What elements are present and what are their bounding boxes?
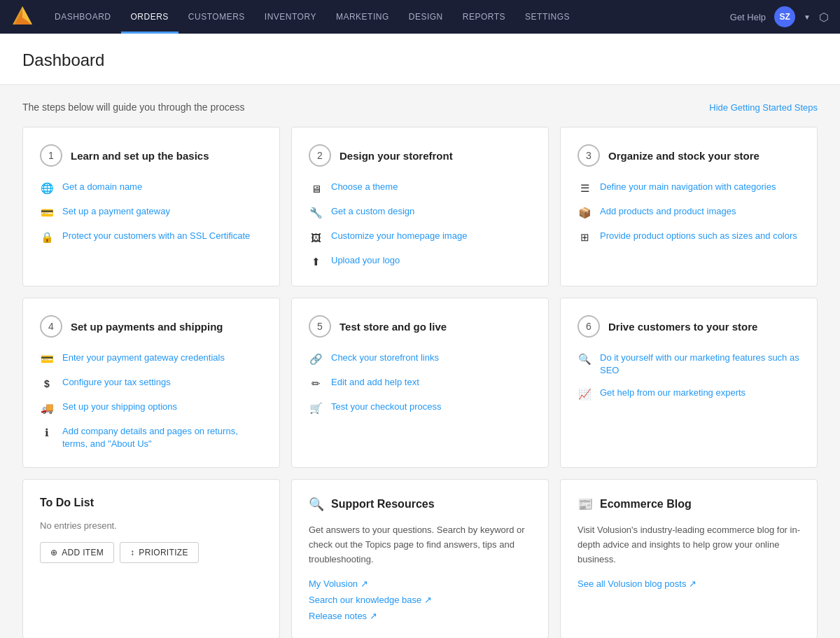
knowledge-base-link[interactable]: Search our knowledge base ↗ <box>309 595 531 605</box>
release-notes-link[interactable]: Release notes ↗ <box>309 611 531 621</box>
bottom-grid: To Do List No entries present. ⊕ ADD ITE… <box>22 479 818 638</box>
nav-settings[interactable]: SETTINGS <box>515 0 580 34</box>
blog-link[interactable]: See all Volusion blog posts ↗ <box>578 578 800 589</box>
card-icon: 💳 <box>40 206 54 220</box>
support-icon: 🔍 <box>309 497 324 512</box>
nav-reports[interactable]: REPORTS <box>453 0 515 34</box>
list-item: 🖼 Customize your homepage image <box>309 230 531 244</box>
page-header: Dashboard <box>0 34 840 85</box>
seo-link[interactable]: Do it yourself with our marketing featur… <box>600 352 800 377</box>
options-icon: ⊞ <box>578 230 592 244</box>
todo-title-text: To Do List <box>40 497 94 509</box>
homepage-image-link[interactable]: Customize your homepage image <box>331 230 467 242</box>
avatar-chevron-icon: ▼ <box>804 13 811 21</box>
shipping-icon: 🚚 <box>40 401 54 415</box>
gateway-credentials-link[interactable]: Enter your payment gateway credentials <box>62 352 225 364</box>
add-item-button[interactable]: ⊕ ADD ITEM <box>40 542 114 563</box>
step-5-items: 🔗 Check your storefront links ✏ Edit and… <box>309 352 531 415</box>
nav-design[interactable]: DESIGN <box>399 0 453 34</box>
todo-title: To Do List <box>40 497 262 509</box>
get-help-link[interactable]: Get Help <box>730 12 766 22</box>
external-link-icon[interactable]: ⬡ <box>819 11 829 24</box>
search-icon: 🔍 <box>578 352 592 366</box>
checkout-link[interactable]: Test your checkout process <box>331 401 442 413</box>
my-volusion-link[interactable]: My Volusion ↗ <box>309 578 531 589</box>
no-entries-text: No entries present. <box>40 520 262 531</box>
globe-icon: 🌐 <box>40 181 54 195</box>
list-item: ✏ Edit and add help text <box>309 376 531 391</box>
list-item: 💳 Enter your payment gateway credentials <box>40 352 262 366</box>
prioritize-icon: ↕ <box>130 548 134 557</box>
product-options-link[interactable]: Provide product options such as sizes an… <box>600 230 797 242</box>
upload-icon: ⬆ <box>309 255 323 269</box>
list-item: 💳 Set up a payment gateway <box>40 205 262 220</box>
list-item: 🔍 Do it yourself with our marketing feat… <box>578 352 800 377</box>
image-icon: 🖼 <box>309 230 323 244</box>
products-link[interactable]: Add products and product images <box>600 205 736 218</box>
blog-icon: 📰 <box>578 497 593 512</box>
shipping-link[interactable]: Set up your shipping options <box>62 401 177 413</box>
company-details-link[interactable]: Add company details and pages on returns… <box>62 425 262 450</box>
marketing-experts-link[interactable]: Get help from our marketing experts <box>600 387 746 399</box>
choose-theme-link[interactable]: Choose a theme <box>331 181 398 193</box>
nav-marketing[interactable]: MARKETING <box>326 0 399 34</box>
step-4-number: 4 <box>40 315 62 338</box>
step-5-header: 5 Test store and go live <box>309 315 531 338</box>
payment-icon: 💳 <box>40 352 54 366</box>
cart-icon: 🛒 <box>309 401 323 415</box>
upload-logo-link[interactable]: Upload your logo <box>331 254 400 267</box>
ssl-link[interactable]: Protect your customers with an SSL Certi… <box>62 230 250 242</box>
step-1-card: 1 Learn and set up the basics 🌐 Get a do… <box>22 127 280 286</box>
user-avatar[interactable]: SZ <box>774 6 795 27</box>
tax-settings-link[interactable]: Configure your tax settings <box>62 376 171 389</box>
edit-icon: ✏ <box>309 377 323 391</box>
navigation-link[interactable]: Define your main navigation with categor… <box>600 181 776 193</box>
plus-icon: ⊕ <box>50 548 57 557</box>
blog-description: Visit Volusion's industry-leading ecomme… <box>578 523 800 567</box>
step-1-number: 1 <box>40 144 62 167</box>
page-title: Dashboard <box>22 50 818 70</box>
custom-design-link[interactable]: Get a custom design <box>331 205 414 218</box>
list-item: ⊞ Provide product options such as sizes … <box>578 230 800 244</box>
external-icon: ↗ <box>689 578 696 589</box>
nav-customers[interactable]: CUSTOMERS <box>178 0 255 34</box>
list-item: ☰ Define your main navigation with categ… <box>578 181 800 195</box>
nav-inventory[interactable]: INVENTORY <box>255 0 326 34</box>
list-item: 🔧 Get a custom design <box>309 205 531 220</box>
step-3-card: 3 Organize and stock your store ☰ Define… <box>560 127 818 286</box>
nav-dashboard[interactable]: DASHBOARD <box>45 0 121 34</box>
blog-title: 📰 Ecommerce Blog <box>578 497 800 512</box>
logo[interactable] <box>11 5 45 29</box>
payment-gateway-link[interactable]: Set up a payment gateway <box>62 205 170 218</box>
external-icon: ↗ <box>370 611 377 621</box>
external-icon: ↗ <box>360 578 368 589</box>
step-5-card: 5 Test store and go live 🔗 Check your st… <box>291 298 549 468</box>
domain-link[interactable]: Get a domain name <box>62 181 142 193</box>
info-icon: ℹ <box>40 426 54 440</box>
step-4-items: 💳 Enter your payment gateway credentials… <box>40 352 262 450</box>
hide-steps-link[interactable]: Hide Getting Started Steps <box>709 102 818 113</box>
chart-icon: 📈 <box>578 387 592 401</box>
list-item: 🖥 Choose a theme <box>309 181 531 195</box>
step-5-number: 5 <box>309 315 331 338</box>
list-item: $ Configure your tax settings <box>40 376 262 391</box>
list-item: 🚚 Set up your shipping options <box>40 401 262 415</box>
step-2-header: 2 Design your storefront <box>309 144 531 167</box>
list-item: ℹ Add company details and pages on retur… <box>40 425 262 450</box>
step-3-header: 3 Organize and stock your store <box>578 144 800 167</box>
step-3-number: 3 <box>578 144 600 167</box>
prioritize-button[interactable]: ↕ PRIORITIZE <box>120 542 199 563</box>
storefront-links-link[interactable]: Check your storefront links <box>331 352 439 364</box>
steps-grid: 1 Learn and set up the basics 🌐 Get a do… <box>22 127 818 286</box>
step-1-title: Learn and set up the basics <box>71 150 209 162</box>
nav-icon: ☰ <box>578 181 592 195</box>
step-6-title: Drive customers to your store <box>608 321 757 333</box>
step-3-items: ☰ Define your main navigation with categ… <box>578 181 800 244</box>
nav-orders[interactable]: ORDERS <box>121 0 178 34</box>
navbar: DASHBOARD ORDERS CUSTOMERS INVENTORY MAR… <box>0 0 840 34</box>
step-2-card: 2 Design your storefront 🖥 Choose a them… <box>291 127 549 286</box>
step-6-header: 6 Drive customers to your store <box>578 315 800 338</box>
list-item: 📦 Add products and product images <box>578 205 800 220</box>
help-text-link[interactable]: Edit and add help text <box>331 376 419 389</box>
list-item: 📈 Get help from our marketing experts <box>578 387 800 401</box>
